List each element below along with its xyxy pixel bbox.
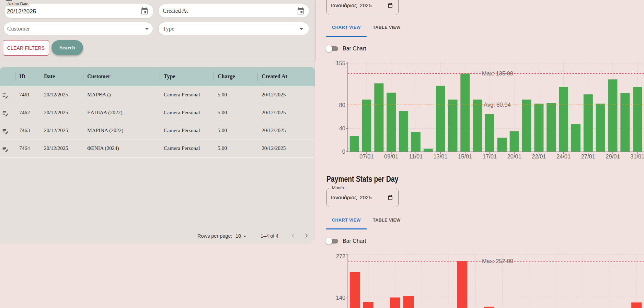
svg-text:15/01: 15/01 [458,153,472,159]
svg-text:155: 155 [336,60,345,66]
svg-text:140: 140 [336,295,346,301]
svg-text:80: 80 [339,102,345,108]
svg-text:31/01: 31/01 [630,153,644,159]
svg-text:20/01: 20/01 [507,153,521,159]
svg-text:09/01: 09/01 [384,153,398,159]
svg-text:29/01: 29/01 [606,153,620,159]
svg-text:Max: 135.00: Max: 135.00 [482,70,513,76]
svg-text:27/01: 27/01 [581,153,595,159]
svg-text:07/01: 07/01 [359,153,373,159]
svg-text:40: 40 [339,125,345,131]
svg-text:272: 272 [336,253,346,259]
svg-text:13/01: 13/01 [433,153,447,159]
svg-text:24/01: 24/01 [556,153,571,159]
svg-text:Avg: 80.94: Avg: 80.94 [484,102,511,108]
svg-text:22/01: 22/01 [532,153,546,159]
svg-text:11/01: 11/01 [409,153,423,159]
svg-text:Max: 252.00: Max: 252.00 [482,258,513,264]
svg-text:17/01: 17/01 [483,153,497,159]
svg-text:0: 0 [342,149,345,155]
